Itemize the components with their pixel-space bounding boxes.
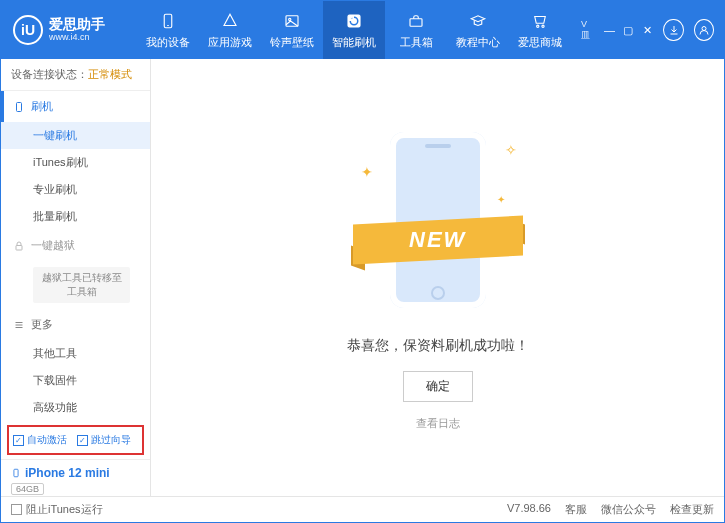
- nav-label: 智能刷机: [332, 35, 376, 50]
- checkbox-label: 跳过向导: [91, 433, 131, 447]
- svg-point-8: [702, 27, 706, 31]
- jailbreak-note: 越狱工具已转移至工具箱: [33, 267, 130, 303]
- svg-point-3: [289, 18, 291, 20]
- sidebar-item-itunes-flash[interactable]: iTunes刷机: [1, 149, 150, 176]
- success-message: 恭喜您，保资料刷机成功啦！: [347, 337, 529, 355]
- success-illustration: ✦ ✧ ✦ NEW: [353, 124, 523, 319]
- ribbon-text: NEW: [409, 227, 466, 253]
- graduation-icon: [468, 11, 488, 31]
- maximize-icon[interactable]: ▢: [622, 24, 635, 37]
- app-window: iU 爱思助手 www.i4.cn 我的设备 应用游戏 铃声壁纸 智能刷机: [0, 0, 725, 523]
- section-flash[interactable]: 刷机: [1, 91, 150, 122]
- nav-label: 教程中心: [456, 35, 500, 50]
- nav-label: 工具箱: [400, 35, 433, 50]
- nav-smart-flash[interactable]: 智能刷机: [323, 1, 385, 59]
- main-panel: ✦ ✧ ✦ NEW 恭喜您，保资料刷机成功啦！ 确定 查看日志: [151, 59, 724, 496]
- section-title: 一键越狱: [31, 238, 75, 253]
- image-icon: [282, 11, 302, 31]
- phone-icon: [11, 466, 21, 480]
- status-label: 设备连接状态：: [11, 68, 88, 80]
- minimize-icon[interactable]: —: [603, 24, 616, 36]
- vip-label[interactable]: V 皿: [581, 19, 597, 42]
- toolbox-icon: [406, 11, 426, 31]
- nav-my-device[interactable]: 我的设备: [137, 1, 199, 59]
- close-icon[interactable]: ✕: [641, 24, 654, 37]
- svg-point-6: [537, 25, 539, 27]
- device-info[interactable]: iPhone 12 mini 64GB Down-12mini-13,1: [1, 459, 150, 496]
- sidebar-item-advanced[interactable]: 高级功能: [1, 394, 150, 421]
- nav-store[interactable]: 爱思商城: [509, 1, 571, 59]
- section-title: 更多: [31, 317, 53, 332]
- checkbox-skip-guide[interactable]: ✓ 跳过向导: [77, 433, 131, 447]
- new-ribbon: NEW: [353, 220, 523, 260]
- appstore-icon: [220, 11, 240, 31]
- footer-link-support[interactable]: 客服: [565, 502, 587, 517]
- svg-point-7: [542, 25, 544, 27]
- sidebar-item-batch-flash[interactable]: 批量刷机: [1, 203, 150, 230]
- sidebar-item-oneclick-flash[interactable]: 一键刷机: [1, 122, 150, 149]
- storage-badge: 64GB: [11, 483, 44, 495]
- svg-rect-14: [14, 469, 18, 477]
- status-value: 正常模式: [88, 68, 132, 80]
- sidebar-item-pro-flash[interactable]: 专业刷机: [1, 176, 150, 203]
- top-nav: 我的设备 应用游戏 铃声壁纸 智能刷机 工具箱 教程中心: [137, 1, 571, 59]
- phone-icon: [13, 101, 25, 113]
- svg-rect-10: [16, 245, 22, 250]
- brand: iU 爱思助手 www.i4.cn: [1, 15, 137, 45]
- nav-ringtones[interactable]: 铃声壁纸: [261, 1, 323, 59]
- section-jailbreak[interactable]: 一键越狱: [1, 230, 150, 261]
- nav-label: 应用游戏: [208, 35, 252, 50]
- svg-rect-5: [410, 18, 422, 26]
- sidebar: 设备连接状态：正常模式 刷机 一键刷机 iTunes刷机 专业刷机 批量刷机 一…: [1, 59, 151, 496]
- nav-label: 铃声壁纸: [270, 35, 314, 50]
- connection-status: 设备连接状态：正常模式: [1, 59, 150, 91]
- checkbox-icon: [11, 504, 22, 515]
- cart-icon: [530, 11, 550, 31]
- menu-icon: [13, 319, 25, 331]
- checkbox-label: 自动激活: [27, 433, 67, 447]
- refresh-icon: [344, 11, 364, 31]
- view-log-link[interactable]: 查看日志: [416, 416, 460, 431]
- nav-toolbox[interactable]: 工具箱: [385, 1, 447, 59]
- statusbar: 阻止iTunes运行 V7.98.66 客服 微信公众号 检查更新: [1, 496, 724, 522]
- checkbox-auto-activate[interactable]: ✓ 自动激活: [13, 433, 67, 447]
- confirm-button[interactable]: 确定: [403, 371, 473, 402]
- device-name: iPhone 12 mini: [11, 466, 140, 480]
- sidebar-item-download-firmware[interactable]: 下载固件: [1, 367, 150, 394]
- checkbox-icon: ✓: [77, 435, 88, 446]
- version-label: V7.98.66: [507, 502, 551, 517]
- sidebar-item-other-tools[interactable]: 其他工具: [1, 340, 150, 367]
- phone-icon: [158, 11, 178, 31]
- svg-rect-9: [17, 102, 22, 111]
- titlebar: iU 爱思助手 www.i4.cn 我的设备 应用游戏 铃声壁纸 智能刷机: [1, 1, 724, 59]
- download-icon[interactable]: [663, 19, 683, 41]
- checkbox-label: 阻止iTunes运行: [26, 502, 103, 517]
- checkbox-block-itunes[interactable]: 阻止iTunes运行: [11, 502, 103, 517]
- brand-logo-icon: iU: [13, 15, 43, 45]
- nav-label: 我的设备: [146, 35, 190, 50]
- more-list: 其他工具 下载固件 高级功能: [1, 340, 150, 421]
- checkbox-icon: ✓: [13, 435, 24, 446]
- flash-list: 一键刷机 iTunes刷机 专业刷机 批量刷机: [1, 122, 150, 230]
- footer-link-update[interactable]: 检查更新: [670, 502, 714, 517]
- brand-title: 爱思助手: [49, 17, 105, 32]
- section-title: 刷机: [31, 99, 53, 114]
- brand-url: www.i4.cn: [49, 33, 105, 43]
- user-icon[interactable]: [694, 19, 714, 41]
- footer-link-wechat[interactable]: 微信公众号: [601, 502, 656, 517]
- nav-tutorials[interactable]: 教程中心: [447, 1, 509, 59]
- section-more[interactable]: 更多: [1, 309, 150, 340]
- nav-apps-games[interactable]: 应用游戏: [199, 1, 261, 59]
- options-row: ✓ 自动激活 ✓ 跳过向导: [7, 425, 144, 455]
- nav-label: 爱思商城: [518, 35, 562, 50]
- window-controls: V 皿 — ▢ ✕: [571, 19, 724, 42]
- lock-icon: [13, 240, 25, 252]
